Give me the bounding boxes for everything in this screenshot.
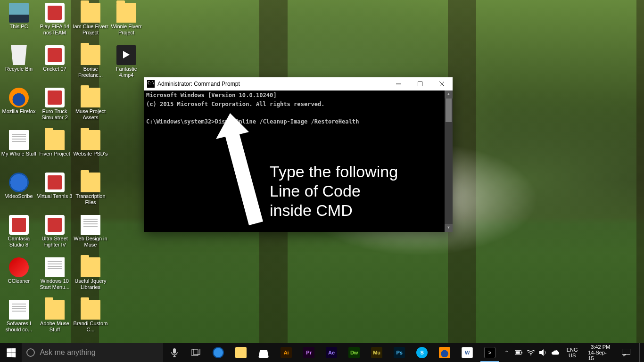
- desktop-icon-label: Mozilla Firefox: [1, 108, 37, 115]
- desktop-icon[interactable]: Web Design in Muse: [73, 215, 108, 247]
- desktop-icon-label: Recycle Bin: [1, 66, 37, 72]
- taskbar-app-file-explorer[interactable]: [230, 343, 252, 362]
- desktop-icon-label: Transcription Files: [73, 193, 108, 205]
- taskbar-app-photoshop[interactable]: Ps: [388, 343, 411, 362]
- battery-icon[interactable]: [515, 349, 522, 356]
- action-center-button[interactable]: [618, 343, 635, 362]
- desktop-icon[interactable]: VideoScribe: [1, 173, 37, 199]
- desktop-icon[interactable]: Iam Clue Fiverr Project: [73, 3, 108, 35]
- desktop-icon[interactable]: Winnie Fiverr Project: [108, 3, 144, 35]
- close-button[interactable]: [431, 77, 453, 90]
- tray-chevron-icon[interactable]: ⌃: [503, 349, 510, 356]
- desktop-icon[interactable]: Recycle Bin: [1, 45, 37, 72]
- desktop-icon-label: Virtual Tennis 3: [37, 193, 73, 199]
- desktop-icon[interactable]: Muse Project Assets: [73, 88, 108, 120]
- desktop-icon-label: VideoScribe: [1, 193, 37, 199]
- taskbar-app-word[interactable]: W: [456, 343, 479, 362]
- svg-rect-13: [622, 349, 630, 354]
- desktop-icon[interactable]: Transcription Files: [73, 173, 108, 205]
- system-tray: ⌃ ENGUS 3:42 PM14-Sep-15: [501, 343, 644, 362]
- onedrive-icon[interactable]: [552, 349, 559, 356]
- app-icon: [45, 3, 65, 23]
- desktop-icon[interactable]: Play FIFA 14 nosTEAM: [37, 3, 73, 35]
- app-icon: [45, 45, 65, 65]
- bin-icon: [9, 45, 29, 65]
- desktop-icon[interactable]: Adobe Muse Stuff: [37, 300, 73, 332]
- folder-icon: [81, 3, 100, 23]
- app-icon: [45, 215, 65, 235]
- store-icon: [258, 347, 269, 358]
- taskbar-app-dreamweaver[interactable]: Dw: [343, 343, 365, 362]
- desktop-icon[interactable]: This PC: [1, 3, 37, 30]
- annotation-text: Type the following Line of Code inside C…: [270, 162, 398, 220]
- desktop-icon[interactable]: Fantastic 4.mp4: [108, 45, 144, 78]
- desktop-icon[interactable]: Euro Truck Simulator 2: [37, 88, 73, 120]
- app-icon: [45, 173, 65, 192]
- start-button[interactable]: [0, 343, 22, 362]
- taskbar-app-edge[interactable]: [207, 343, 230, 362]
- desktop-icon-label: Website PSD's: [73, 151, 108, 157]
- desktop-icon[interactable]: Camtasia Studio 8: [1, 215, 37, 247]
- dreamweaver-icon: Dw: [348, 347, 360, 358]
- desktop-icon[interactable]: Virtual Tennis 3: [37, 173, 73, 199]
- folder-icon: [81, 130, 100, 150]
- desktop-icon-label: Winnie Fiverr Project: [108, 24, 144, 35]
- desktop-icon[interactable]: Windows 10 Start Menu...: [37, 257, 73, 290]
- folder-icon: [81, 257, 100, 277]
- desktop-icon[interactable]: Fiverr Project: [37, 130, 73, 157]
- svg-rect-1: [418, 82, 422, 86]
- scroll-up-button[interactable]: ▲: [445, 90, 453, 99]
- doc-icon: [9, 300, 29, 320]
- wifi-icon[interactable]: [527, 349, 535, 356]
- edge-icon: [213, 347, 224, 358]
- desktop-icon-label: Ultra Street Fighter IV: [37, 236, 73, 247]
- language-indicator[interactable]: ENGUS: [564, 347, 581, 358]
- taskbar-app-illustrator[interactable]: Ai: [275, 343, 297, 362]
- desktop-icon[interactable]: Brandi Custom C...: [73, 300, 108, 332]
- taskbar-app-premiere[interactable]: Pr: [297, 343, 320, 362]
- illustrator-icon: Ai: [281, 347, 292, 358]
- desktop-icon[interactable]: Cricket 07: [37, 45, 73, 72]
- taskbar-app-muse[interactable]: Mu: [365, 343, 388, 362]
- show-desktop-button[interactable]: [639, 343, 642, 362]
- desktop-icon[interactable]: Borisc Freelanc...: [73, 45, 108, 78]
- desktop-icon[interactable]: Sofwares I should co...: [1, 300, 37, 332]
- scroll-thumb[interactable]: [446, 99, 452, 122]
- mic-button[interactable]: [163, 343, 185, 362]
- desktop-icon[interactable]: My Whole Stuff: [1, 130, 37, 157]
- svg-point-11: [530, 354, 531, 355]
- desktop-icon-label: Fiverr Project: [37, 151, 73, 157]
- clock[interactable]: 3:42 PM14-Sep-15: [586, 344, 613, 361]
- taskbar-app-after-effects[interactable]: Ae: [320, 343, 343, 362]
- folder-icon: [81, 173, 100, 192]
- cc-icon: [9, 257, 29, 277]
- folder-icon: [45, 130, 65, 150]
- minimize-button[interactable]: [388, 77, 409, 90]
- muse-icon: Mu: [371, 347, 382, 358]
- desktop-icon[interactable]: Mozilla Firefox: [1, 88, 37, 115]
- ff-icon: [9, 88, 29, 107]
- desktop-icon[interactable]: Website PSD's: [73, 130, 108, 157]
- task-view-button[interactable]: [185, 343, 207, 362]
- desktop-icon[interactable]: CCleaner: [1, 257, 37, 284]
- doc-icon: [45, 257, 65, 277]
- desktop-icon[interactable]: Useful Jquery Libraries: [73, 257, 108, 290]
- svg-marker-14: [624, 354, 626, 356]
- premiere-icon: Pr: [303, 347, 314, 358]
- taskbar-app-cmd[interactable]: >: [479, 343, 501, 362]
- scrollbar[interactable]: ▲ ▼: [445, 90, 453, 232]
- scroll-down-button[interactable]: ▼: [445, 224, 453, 232]
- desktop-icon-label: Windows 10 Start Menu...: [37, 278, 73, 290]
- taskbar-app-firefox[interactable]: [433, 343, 456, 362]
- desktop-icon[interactable]: Ultra Street Fighter IV: [37, 215, 73, 247]
- taskbar-app-skype[interactable]: S: [411, 343, 433, 362]
- firefox-icon: [439, 347, 450, 358]
- volume-icon[interactable]: [539, 349, 547, 356]
- maximize-button[interactable]: [409, 77, 431, 90]
- vid-icon: [116, 45, 136, 65]
- svg-rect-9: [515, 351, 520, 354]
- cmd-icon: [147, 80, 155, 88]
- taskbar-app-store[interactable]: [252, 343, 275, 362]
- search-box[interactable]: Ask me anything: [22, 343, 163, 362]
- titlebar[interactable]: Administrator: Command Prompt: [144, 77, 453, 90]
